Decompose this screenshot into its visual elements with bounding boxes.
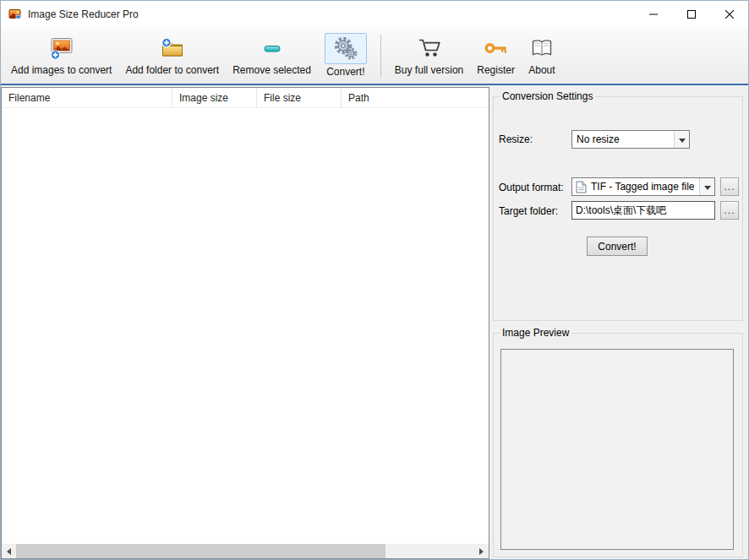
add-images-label: Add images to convert	[11, 64, 112, 76]
maximize-icon	[687, 10, 696, 19]
window-title: Image Size Reducer Pro	[28, 8, 139, 20]
target-folder-input[interactable]	[571, 201, 715, 220]
side-panel: Conversion Settings Resize: No resize Ou…	[489, 85, 748, 559]
image-preview-title: Image Preview	[500, 327, 571, 339]
scrollbar-track[interactable]	[385, 544, 474, 558]
toolbar: Add images to convert Add folder	[1, 27, 748, 85]
book-icon	[528, 33, 555, 63]
close-button[interactable]	[710, 1, 748, 27]
target-folder-browse-button[interactable]: ...	[720, 201, 739, 220]
about-button[interactable]: About	[522, 30, 562, 78]
file-list-header: Filename Image size File size Path	[2, 88, 489, 108]
add-folder-icon	[159, 33, 186, 63]
image-preview-area	[500, 349, 734, 550]
remove-minus-icon	[259, 33, 286, 63]
resize-dropdown[interactable]: No resize	[571, 130, 690, 149]
add-image-icon	[48, 33, 75, 63]
close-icon	[725, 10, 734, 19]
remove-selected-label: Remove selected	[232, 64, 311, 76]
output-format-label: Output format:	[499, 182, 564, 193]
horizontal-scrollbar	[2, 544, 489, 558]
resize-value: No resize	[572, 133, 674, 145]
column-header-image-size[interactable]: Image size	[172, 88, 257, 107]
register-button[interactable]: Register	[470, 30, 522, 78]
resize-label: Resize:	[499, 133, 533, 145]
column-header-path[interactable]: Path	[342, 88, 489, 107]
add-images-button[interactable]: Add images to convert	[4, 30, 118, 78]
file-list: Filename Image size File size Path	[1, 87, 489, 559]
scrollbar-thumb[interactable]	[16, 544, 385, 558]
scroll-left-icon	[7, 548, 11, 555]
key-icon	[483, 33, 510, 63]
chevron-down-icon	[699, 178, 714, 195]
document-icon	[576, 181, 587, 193]
scroll-right-button[interactable]	[474, 544, 489, 558]
scroll-right-icon	[479, 548, 484, 555]
conversion-settings-title: Conversion Settings	[500, 90, 595, 102]
add-folder-label: Add folder to convert	[125, 64, 219, 76]
content-area: Filename Image size File size Path Conve	[1, 85, 748, 559]
target-folder-label: Target folder:	[499, 205, 558, 217]
minimize-button[interactable]	[634, 1, 672, 27]
about-label: About	[528, 64, 555, 76]
minimize-icon	[649, 10, 658, 19]
convert-toolbar-button[interactable]: Convert!	[318, 30, 374, 79]
remove-selected-button[interactable]: Remove selected	[226, 30, 318, 78]
buy-full-version-label: Buy full version	[395, 64, 463, 76]
column-header-filename[interactable]: Filename	[2, 88, 172, 107]
output-format-dropdown[interactable]: TIF - Tagged image file	[571, 177, 715, 196]
toolbar-separator	[380, 35, 381, 77]
title-bar: Image Size Reducer Pro	[1, 1, 748, 27]
convert-toolbar-label: Convert!	[326, 66, 364, 78]
shopping-cart-icon	[416, 33, 443, 63]
file-list-body[interactable]	[2, 108, 489, 544]
register-label: Register	[477, 64, 515, 76]
chevron-down-icon	[674, 131, 689, 148]
scroll-left-button[interactable]	[2, 544, 16, 558]
output-format-value: TIF - Tagged image file	[587, 181, 699, 193]
image-preview-group: Image Preview	[493, 333, 743, 557]
output-format-browse-button[interactable]: ...	[720, 177, 739, 196]
gears-icon	[325, 33, 367, 64]
convert-button[interactable]: Convert!	[587, 237, 648, 256]
maximize-button[interactable]	[672, 1, 710, 27]
app-window: Image Size Reducer Pro	[0, 0, 749, 560]
buy-full-version-button[interactable]: Buy full version	[388, 30, 470, 78]
conversion-settings-group: Conversion Settings Resize: No resize Ou…	[493, 96, 743, 321]
add-folder-button[interactable]: Add folder to convert	[118, 30, 226, 78]
app-icon	[8, 8, 22, 21]
column-header-file-size[interactable]: File size	[257, 88, 342, 107]
